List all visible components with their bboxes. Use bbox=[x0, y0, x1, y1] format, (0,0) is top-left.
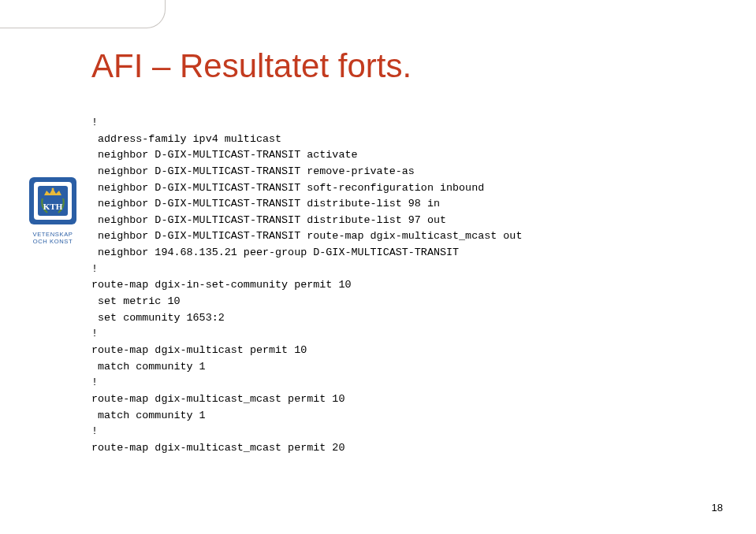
slide-page: AFI – Resultatet forts. KTH VETENSKAP OC… bbox=[0, 0, 756, 534]
kth-logo: KTH VETENSKAP OCH KONST bbox=[27, 175, 79, 245]
page-number: 18 bbox=[712, 502, 723, 514]
config-code-block: ! address-family ipv4 multicast neighbor… bbox=[91, 115, 522, 456]
logo-name-text: KTH bbox=[43, 202, 63, 211]
svg-point-3 bbox=[52, 188, 54, 191]
logo-caption: VETENSKAP OCH KONST bbox=[27, 232, 79, 245]
logo-caption-lower: OCH KONST bbox=[33, 238, 73, 245]
kth-crest-icon: KTH bbox=[27, 175, 79, 230]
logo-caption-upper: VETENSKAP bbox=[33, 231, 73, 238]
page-title: AFI – Resultatet forts. bbox=[91, 47, 412, 85]
